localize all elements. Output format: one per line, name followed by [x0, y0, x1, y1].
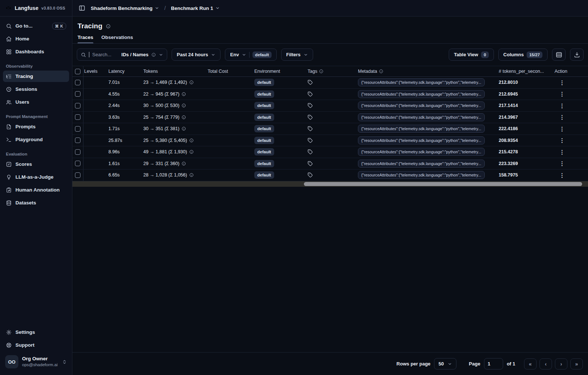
column-header-levels[interactable]: Levels — [83, 69, 108, 74]
row-checkbox[interactable] — [75, 161, 80, 166]
cell-tokens: 30 → 500 (Σ 530) — [143, 103, 207, 108]
env-filter-button[interactable]: Env default — [225, 49, 277, 61]
info-icon — [379, 69, 383, 74]
row-checkbox[interactable] — [75, 103, 80, 108]
table-row[interactable]: 1.61s 29 → 331 (Σ 360) default {"resourc… — [72, 158, 588, 170]
sidebar-item-playground[interactable]: Playground — [3, 134, 69, 145]
time-range-button[interactable]: Past 24 hours — [172, 49, 220, 61]
user-account-button[interactable]: OO Org Owner ops@shadeform.ai — [3, 352, 69, 371]
column-header-tags[interactable]: Tags — [307, 69, 357, 74]
table-row[interactable]: 7.01s 23 → 1,469 (Σ 1,492) default {"res… — [72, 77, 588, 89]
select-all-checkbox[interactable] — [75, 69, 80, 74]
kebab-menu-button[interactable]: ⋮ — [559, 80, 565, 85]
sidebar-item-prompts[interactable]: Prompts — [3, 121, 69, 132]
metadata-badge[interactable]: {"resourceAttributes":{"telemetry.sdk.la… — [358, 136, 485, 144]
sidebar-item-scores[interactable]: Scores — [3, 158, 69, 170]
column-header-total-cost[interactable]: Total Cost — [207, 69, 252, 74]
column-header-tokens-per-second[interactable]: # tokens_per_secon... — [497, 69, 554, 74]
table-row[interactable]: 3.63s 25 → 754 (Σ 779) default {"resourc… — [72, 112, 588, 124]
column-header-metadata[interactable]: Metadata — [357, 69, 497, 74]
row-checkbox[interactable] — [75, 126, 80, 132]
metadata-badge[interactable]: {"resourceAttributes":{"telemetry.sdk.la… — [358, 148, 485, 156]
cell-latency: 1.71s — [108, 126, 143, 131]
kebab-menu-button[interactable]: ⋮ — [559, 161, 565, 166]
gear-icon — [6, 329, 12, 335]
breadcrumb-org[interactable]: Shadeform Benchmarking — [91, 6, 159, 11]
filters-button[interactable]: Filters — [281, 49, 313, 61]
first-page-button[interactable]: « — [524, 358, 537, 369]
column-header-environment[interactable]: Environment — [252, 69, 307, 74]
sidebar-item-label: Playground — [15, 137, 43, 142]
sidebar-item-label: Settings — [15, 329, 35, 335]
table-row[interactable]: 1.71s 30 → 351 (Σ 381) default {"resourc… — [72, 123, 588, 135]
kebab-menu-button[interactable]: ⋮ — [559, 138, 565, 143]
rows-per-page-select[interactable]: 50 — [434, 358, 456, 369]
kebab-menu-button[interactable]: ⋮ — [559, 172, 565, 178]
table-row[interactable]: 2.44s 30 → 500 (Σ 530) default {"resourc… — [72, 100, 588, 112]
search-input[interactable]: Search... IDs / Names — [77, 49, 167, 61]
sidebar-item-sessions[interactable]: Sessions — [3, 83, 69, 95]
export-button[interactable] — [570, 49, 584, 61]
row-checkbox[interactable] — [75, 172, 80, 178]
table-row[interactable]: 6.65s 28 → 1,028 (Σ 1,056) default {"res… — [72, 169, 588, 181]
kebab-menu-button[interactable]: ⋮ — [559, 126, 565, 132]
kebab-menu-button[interactable]: ⋮ — [559, 114, 565, 120]
row-checkbox[interactable] — [75, 80, 80, 85]
sidebar-item-support[interactable]: Support — [3, 339, 69, 351]
kebab-menu-button[interactable]: ⋮ — [559, 91, 565, 97]
sidebar-item-datasets[interactable]: Datasets — [3, 197, 69, 208]
column-header-action[interactable]: Action — [554, 69, 587, 74]
environment-badge: default — [254, 90, 274, 98]
cell-tokens-per-second: 223.3269 — [497, 161, 554, 166]
metadata-badge[interactable]: {"resourceAttributes":{"telemetry.sdk.la… — [358, 160, 485, 168]
sidebar-item-home[interactable]: Home — [3, 33, 69, 44]
scrollbar-thumb[interactable] — [304, 182, 582, 186]
cell-environment: default — [252, 79, 307, 86]
sidebar-item-tracing[interactable]: Tracing — [3, 71, 69, 82]
column-header-latency[interactable]: Latency — [108, 69, 143, 74]
users-icon — [6, 99, 12, 105]
sidebar-item-users[interactable]: Users — [3, 96, 69, 108]
row-checkbox[interactable] — [75, 138, 80, 143]
breadcrumb-project[interactable]: Benchmark Run 1 — [171, 6, 220, 11]
rows-icon — [556, 51, 562, 58]
metadata-badge[interactable]: {"resourceAttributes":{"telemetry.sdk.la… — [358, 78, 485, 86]
sidebar-item-human-annotation[interactable]: Human Annotation — [3, 184, 69, 196]
tab-observations[interactable]: Observations — [101, 35, 133, 43]
sidebar-item-label: Home — [15, 36, 29, 42]
row-checkbox[interactable] — [75, 149, 80, 155]
row-checkbox[interactable] — [75, 114, 80, 120]
columns-button[interactable]: Columns 15/27 — [498, 49, 548, 61]
table-row[interactable]: 25.87s 25 → 5,380 (Σ 5,405) default {"re… — [72, 135, 588, 147]
cmd-k-shortcut: ⌘ K — [52, 23, 67, 29]
sidebar-toggle-button[interactable] — [77, 3, 87, 13]
last-page-button[interactable]: » — [570, 358, 583, 369]
metadata-badge[interactable]: {"resourceAttributes":{"telemetry.sdk.la… — [358, 113, 485, 121]
table-row[interactable]: 8.96s 49 → 1,881 (Σ 1,930) default {"res… — [72, 146, 588, 158]
page-number-input[interactable] — [484, 358, 503, 369]
table-view-button[interactable]: Table View 0 — [449, 49, 494, 61]
horizontal-scrollbar[interactable] — [72, 181, 588, 187]
tab-traces[interactable]: Traces — [78, 35, 93, 43]
next-page-button[interactable]: › — [555, 358, 567, 369]
kebab-menu-button[interactable]: ⋮ — [559, 103, 565, 108]
info-icon — [182, 103, 186, 108]
metadata-badge[interactable]: {"resourceAttributes":{"telemetry.sdk.la… — [358, 171, 485, 179]
sidebar-item-dashboards[interactable]: Dashboards — [3, 46, 69, 57]
search-placeholder: Search... — [92, 52, 118, 57]
cell-tags — [307, 138, 357, 143]
metadata-badge[interactable]: {"resourceAttributes":{"telemetry.sdk.la… — [358, 125, 485, 133]
column-header-tokens[interactable]: Tokens — [143, 69, 207, 74]
cell-tags — [307, 115, 357, 120]
row-checkbox[interactable] — [75, 91, 80, 97]
metadata-badge[interactable]: {"resourceAttributes":{"telemetry.sdk.la… — [358, 90, 485, 98]
table-row[interactable]: 4.55s 22 → 945 (Σ 967) default {"resourc… — [72, 89, 588, 100]
metadata-badge[interactable]: {"resourceAttributes":{"telemetry.sdk.la… — [358, 101, 485, 110]
sidebar-item-goto[interactable]: Go to... ⌘ K — [3, 20, 69, 32]
row-height-button[interactable] — [552, 49, 566, 61]
cell-action: ⋮ — [554, 80, 587, 85]
sidebar-item-settings[interactable]: Settings — [3, 326, 69, 338]
kebab-menu-button[interactable]: ⋮ — [559, 149, 565, 155]
sidebar-item-llm-judge[interactable]: LLM-as-a-Judge — [3, 171, 69, 183]
prev-page-button[interactable]: ‹ — [539, 358, 552, 369]
